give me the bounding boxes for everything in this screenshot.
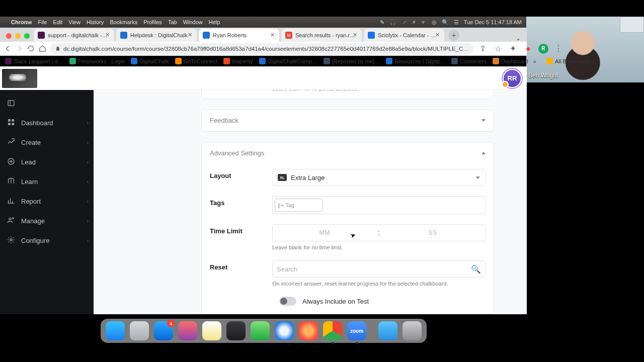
timelimit-field[interactable]: MM : SS <box>272 224 486 241</box>
browser-tab[interactable]: Ryan Roberts ✕ <box>199 29 279 42</box>
dock-launchpad[interactable] <box>178 321 197 340</box>
close-icon[interactable]: ✕ <box>270 32 276 38</box>
user-icon[interactable]: ◎ <box>432 19 437 26</box>
all-bookmarks[interactable]: All Bookmarks <box>546 58 590 64</box>
tag-input[interactable]: |+ Tag <box>275 199 323 212</box>
browser-tab[interactable]: M Search results - ryan.roberts… ✕ <box>281 29 362 42</box>
menu-help[interactable]: Help <box>209 19 220 25</box>
tab-overflow[interactable]: ⌄ <box>516 35 521 42</box>
close-window[interactable] <box>6 33 12 39</box>
browser-tab[interactable]: support - digitalchalk - Slack ✕ <box>34 29 114 42</box>
dock-chrome[interactable] <box>323 321 342 340</box>
dock-firefox[interactable] <box>299 321 318 340</box>
dock-system-settings[interactable] <box>130 321 149 340</box>
close-icon[interactable]: ✕ <box>105 32 111 38</box>
close-icon[interactable]: ✕ <box>188 32 194 38</box>
dock-zoom[interactable]: zoom <box>347 321 366 340</box>
always-include-toggle[interactable] <box>279 297 296 306</box>
browser-tab[interactable]: Helpdesk : DigitalChalk ✕ <box>116 29 197 42</box>
bookmark-item[interactable]: Freshworks - Login <box>69 58 125 64</box>
sidebar-item-manage[interactable]: Manage › <box>0 211 94 231</box>
menu-window[interactable]: Window <box>183 19 203 25</box>
search-icon[interactable]: 🔍 <box>471 264 481 274</box>
advanced-header[interactable]: Advanced Settings <box>202 142 494 164</box>
dock-finder[interactable] <box>106 321 125 340</box>
menu-file[interactable]: File <box>38 19 47 25</box>
maximize-window[interactable] <box>24 33 30 39</box>
browser-tab[interactable]: Sciolytix - Calendar - Decemb… ✕ <box>364 29 444 42</box>
headphones-icon[interactable]: 🎧 <box>389 19 396 26</box>
menu-bookmarks[interactable]: Bookmarks <box>110 19 137 25</box>
dock-safari[interactable] <box>275 321 294 340</box>
tags-field[interactable]: |+ Tag <box>272 196 486 214</box>
brand-logo[interactable] <box>2 69 37 88</box>
dock-trash[interactable] <box>403 321 422 340</box>
back-button[interactable] <box>4 44 12 54</box>
sidebar-item-label: Learn <box>21 178 38 186</box>
sidebar-collapse-icon[interactable] <box>0 95 94 113</box>
sidebar-item-create[interactable]: Create › <box>0 133 94 152</box>
chevron-right-icon: › <box>87 218 89 224</box>
dock-downloads[interactable] <box>378 321 397 340</box>
kebab-menu[interactable]: ⋮ <box>553 44 564 54</box>
bookmark-item[interactable]: DigitalChalkComp… <box>259 58 317 64</box>
bookmark-item[interactable]: Insperity <box>223 58 253 64</box>
sidebar-item-report[interactable]: Report › <box>0 192 94 211</box>
new-tab-button[interactable]: + <box>448 30 459 41</box>
battery-icon[interactable]: ⚡︎ <box>412 19 416 26</box>
home-button[interactable] <box>39 44 46 54</box>
menu-profiles[interactable]: Profiles <box>143 19 162 25</box>
bookmark-item[interactable]: GoToConnect <box>175 58 217 64</box>
bookmarks-overflow[interactable]: » <box>533 58 536 64</box>
draw-icon[interactable]: ⟋ <box>401 19 407 25</box>
sidebar-item-dashboard[interactable]: Dashboard › <box>0 113 94 133</box>
omnibox[interactable]: dc.digitalchalk.com/course/form/course/3… <box>50 43 474 54</box>
dock-app-store[interactable]: 4 <box>154 321 173 340</box>
sidebar-icon <box>7 236 15 245</box>
page-profile-avatar[interactable]: RR <box>504 70 521 87</box>
svg-rect-5 <box>12 123 14 125</box>
control-center-icon[interactable]: ☰ <box>454 19 459 26</box>
reload-button[interactable] <box>27 44 35 54</box>
sidebar-item-configure[interactable]: Configure › <box>0 231 94 250</box>
bookmark-item[interactable]: Resources | Digita… <box>386 58 445 64</box>
timelimit-ss[interactable]: SS <box>381 229 485 236</box>
timelimit-mm[interactable]: MM <box>273 229 377 236</box>
spotlight-icon[interactable]: 🔍 <box>442 19 449 26</box>
menu-view[interactable]: View <box>68 19 80 25</box>
reset-search[interactable]: 🔍 <box>272 260 486 278</box>
bookmark-item[interactable]: [Reported by me]… <box>324 58 380 64</box>
extension-dot-icon[interactable]: ● <box>523 44 533 54</box>
bookmark-item[interactable]: Slack | support | d… <box>5 58 63 64</box>
dock-numbers[interactable] <box>251 321 270 340</box>
menubar-app[interactable]: Chrome <box>11 19 32 25</box>
sidebar-item-lead[interactable]: Lead › <box>0 152 94 172</box>
browser-toolbar: dc.digitalchalk.com/course/form/course/3… <box>0 42 527 56</box>
menubar-clock[interactable]: Tue Dec 5 11:47:18 AM <box>464 19 522 25</box>
menu-tab[interactable]: Tab <box>168 19 177 25</box>
dock-calculator[interactable] <box>226 321 246 340</box>
menu-history[interactable]: History <box>87 19 104 25</box>
extensions-icon[interactable]: ✦ <box>508 44 518 54</box>
reset-search-input[interactable] <box>277 265 471 273</box>
close-icon[interactable]: ✕ <box>353 32 359 38</box>
profile-avatar[interactable]: R <box>538 44 548 54</box>
layout-select[interactable]: XL Extra Large <box>272 169 486 186</box>
tab-label: Search results - ryan.roberts… <box>295 32 356 38</box>
forward-button[interactable] <box>16 44 23 54</box>
close-icon[interactable]: ✕ <box>435 32 441 38</box>
sidebar-item-learn[interactable]: Learn › <box>0 172 94 192</box>
star-icon[interactable]: ☆ <box>493 44 503 54</box>
menu-edit[interactable]: Edit <box>53 19 62 25</box>
bookmark-item[interactable]: Customers <box>451 58 487 64</box>
dock-notes[interactable] <box>202 321 221 340</box>
bookmark-item[interactable]: Dashboard <box>493 58 528 64</box>
feedback-section[interactable]: Feedback <box>201 109 494 132</box>
wifi-icon[interactable]: ᯤ <box>421 19 427 25</box>
pen-icon[interactable]: ✎ <box>380 19 384 26</box>
share-icon[interactable]: ⇪ <box>478 44 488 54</box>
tab-label: Helpdesk : DigitalChalk <box>130 32 188 38</box>
minimize-window[interactable] <box>15 33 21 39</box>
bookmark-item[interactable]: DigitalChalk <box>131 58 169 64</box>
pip-self-view[interactable] <box>620 17 644 33</box>
